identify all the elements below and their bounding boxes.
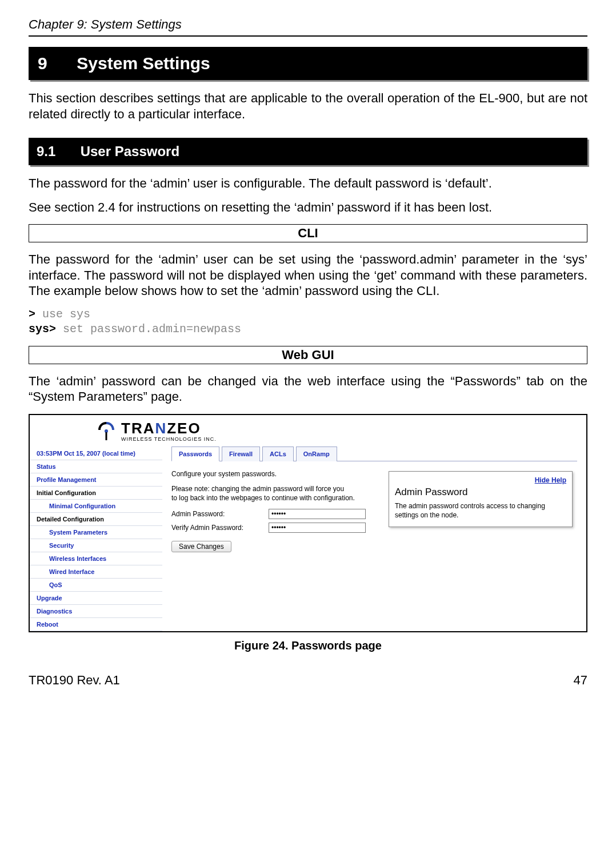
sidebar-item-profile[interactable]: Profile Management	[30, 473, 162, 487]
logo-pre: TRA	[121, 420, 155, 437]
logo-row: TRANZEO WIRELESS TECHNOLOGIES INC.	[30, 415, 586, 446]
chapter-heading: 9 System Settings	[29, 47, 587, 80]
cli-paragraph: The password for the ‘admin’ user can be…	[29, 252, 587, 299]
logo-mid: N	[155, 420, 167, 437]
sidebar-item-wired[interactable]: Wired Interface	[30, 565, 162, 579]
figure-caption: Figure 24. Passwords page	[29, 639, 587, 652]
section-title: User Password	[81, 144, 179, 159]
cli-example: > use sys sys> set password.admin=newpas…	[29, 307, 587, 337]
footer-left: TR0190 Rev. A1	[29, 673, 120, 688]
running-header: Chapter 9: System Settings	[29, 17, 587, 37]
note-line-1: Please note: changing the admin password…	[171, 485, 344, 493]
sidebar-item-minimal[interactable]: Minimal Configuration	[30, 500, 162, 513]
sidebar-item-reboot[interactable]: Reboot	[30, 618, 162, 631]
sidebar: 03:53PM Oct 15, 2007 (local time) Status…	[30, 446, 162, 631]
sidebar-item-status[interactable]: Status	[30, 460, 162, 473]
verify-password-label: Verify Admin Password:	[171, 524, 269, 532]
sidebar-item-wireless[interactable]: Wireless Interfaces	[30, 552, 162, 565]
logo-text: TRANZEO WIRELESS TECHNOLOGIES INC.	[121, 420, 217, 442]
tab-firewall[interactable]: Firewall	[222, 447, 260, 461]
sidebar-head-detailed: Detailed Configuration	[30, 513, 162, 526]
page-footer: TR0190 Rev. A1 47	[29, 673, 587, 688]
save-changes-button[interactable]: Save Changes	[171, 541, 231, 552]
paragraph-1: The password for the ‘admin’ user is con…	[29, 176, 587, 192]
sidebar-head-initial: Initial Configuration	[30, 487, 162, 500]
paragraph-2: See section 2.4 for instructions on rese…	[29, 200, 587, 216]
cli-prompt-1: >	[29, 308, 35, 321]
tab-acls[interactable]: ACLs	[262, 447, 294, 461]
cli-command-2: set password.admin=newpass	[56, 322, 241, 336]
tranzeo-logo-icon	[95, 420, 118, 443]
figure-screenshot: TRANZEO WIRELESS TECHNOLOGIES INC. 03:53…	[29, 414, 587, 632]
sidebar-item-qos[interactable]: QoS	[30, 579, 162, 592]
section-number: 9.1	[37, 144, 77, 160]
section-heading: 9.1 User Password	[29, 138, 587, 165]
sidebar-time: 03:53PM Oct 15, 2007 (local time)	[30, 447, 162, 460]
help-title: Admin Password	[395, 487, 566, 498]
tab-row: Passwords Firewall ACLs OnRamp	[171, 446, 577, 461]
help-box: Hide Help Admin Password The admin passw…	[389, 471, 573, 527]
sidebar-item-security[interactable]: Security	[30, 539, 162, 552]
intro-paragraph: This section describes settings that are…	[29, 90, 587, 122]
admin-password-label: Admin Password:	[171, 510, 269, 518]
cli-command-1: use sys	[35, 308, 90, 321]
cli-label: CLI	[29, 224, 587, 242]
logo-post: ZEO	[167, 420, 201, 437]
sidebar-item-diagnostics[interactable]: Diagnostics	[30, 605, 162, 618]
chapter-number: 9	[38, 54, 72, 73]
footer-right: 47	[574, 673, 587, 688]
logo-subtitle: WIRELESS TECHNOLOGIES INC.	[121, 436, 217, 442]
chapter-title: System Settings	[77, 54, 210, 73]
tab-passwords[interactable]: Passwords	[171, 447, 219, 461]
webgui-label: Web GUI	[29, 346, 587, 364]
main-panel: Passwords Firewall ACLs OnRamp Configure…	[162, 446, 586, 631]
webgui-paragraph: The ‘admin’ password can be changed via …	[29, 373, 587, 405]
hide-help-link[interactable]: Hide Help	[395, 476, 566, 484]
note-line-2: to log back into the webpages to continu…	[171, 494, 355, 502]
sidebar-item-upgrade[interactable]: Upgrade	[30, 592, 162, 605]
verify-password-input[interactable]	[269, 523, 366, 533]
sidebar-item-sysparams[interactable]: System Parameters	[30, 526, 162, 539]
tab-onramp[interactable]: OnRamp	[296, 447, 337, 461]
cli-prompt-2: sys>	[29, 322, 56, 336]
admin-password-input[interactable]	[269, 509, 366, 519]
help-description: The admin password controls access to ch…	[395, 501, 566, 520]
svg-rect-1	[106, 432, 107, 440]
